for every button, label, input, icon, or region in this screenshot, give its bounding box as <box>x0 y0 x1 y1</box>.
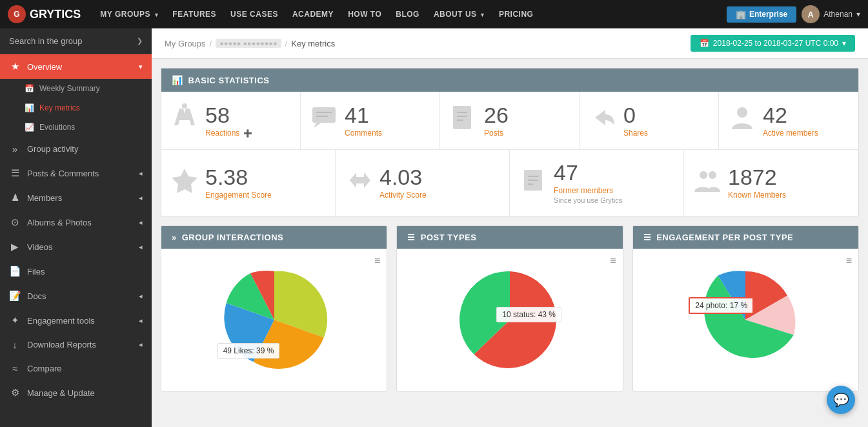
date-picker-button[interactable]: 📅 2018-02-25 to 2018-03-27 UTC 0:00 ▾ <box>691 35 855 52</box>
nav-about-us[interactable]: ABOUT US ▾ <box>427 6 491 23</box>
sidebar-search-label: Search in the group <box>9 36 82 46</box>
stat-engagement-score: 5.38 Engagement Score <box>161 150 336 216</box>
sidebar-item-files[interactable]: 📄 Files <box>0 259 152 284</box>
stat-posts: 26 Posts <box>440 92 580 149</box>
nav-academy[interactable]: ACADEMY <box>286 6 340 23</box>
top-nav: G GRYTICS MY GROUPS ▾ FEATURES USE CASES… <box>0 0 868 28</box>
sidebar-search[interactable]: Search in the group ❯ <box>0 28 152 54</box>
ept-header-icon: ☰ <box>643 233 652 242</box>
ept-tooltip: 24 photo: 17 % <box>689 297 754 314</box>
sidebar-sub-evolutions[interactable]: 📈 Evolutions <box>19 118 152 137</box>
ept-header: ☰ ENGAGEMENT PER POST TYPE <box>633 226 858 249</box>
breadcrumb-bar: My Groups / ●●●●● ●●●●●●●● / Key metrics… <box>152 28 868 59</box>
nav-use-cases[interactable]: USE CASES <box>224 6 285 23</box>
posts-stat-icon <box>449 103 478 138</box>
chart-post-types: ☰ POST TYPES ≡ 10 status: 43 % <box>396 225 623 391</box>
sidebar-item-group-activity[interactable]: » Group activity <box>0 137 152 161</box>
evolutions-icon: 📈 <box>25 123 34 132</box>
enterprise-button[interactable]: 🏢 Enterprise <box>727 6 796 23</box>
breadcrumb-current: Key metrics <box>291 39 335 48</box>
active-members-icon <box>728 103 756 138</box>
pt-menu-icon[interactable]: ≡ <box>610 255 616 267</box>
shares-icon <box>589 103 617 138</box>
stat-reactions: 58 Reactions ➕ <box>161 92 301 149</box>
ept-pie: 24 photo: 17 % <box>687 262 803 378</box>
svg-marker-10 <box>350 172 370 188</box>
nav-my-groups[interactable]: MY GROUPS ▾ <box>94 6 165 23</box>
sidebar-item-members[interactable]: ♟ Members ◂ <box>0 185 152 210</box>
sidebar-item-albums[interactable]: ⊙ Albums & Photos ◂ <box>0 210 152 234</box>
engagement-icon: ✦ <box>9 315 21 326</box>
members-arrow: ◂ <box>139 194 143 202</box>
sidebar-sub-overview: 📅 Weekly Summary 📊 Key metrics 📈 Evoluti… <box>0 79 152 137</box>
user-menu[interactable]: A Athenan ▾ <box>802 5 860 23</box>
nav-how-to[interactable]: HOW TO <box>341 6 388 23</box>
basic-statistics-container: 📊 BASIC STATISTICS 58 Reactions ➕ <box>161 68 859 216</box>
breadcrumb-sep1: / <box>210 39 212 48</box>
nav-blog[interactable]: BLOG <box>389 6 426 23</box>
sidebar-item-engagement[interactable]: ✦ Engagement tools ◂ <box>0 308 152 333</box>
files-icon: 📄 <box>9 266 21 277</box>
sidebar-item-download[interactable]: ↓ Download Reports ◂ <box>0 333 152 357</box>
calendar-icon: 📅 <box>700 39 709 48</box>
main-content: My Groups / ●●●●● ●●●●●●●● / Key metrics… <box>152 28 868 427</box>
nav-features[interactable]: FEATURES <box>166 6 223 23</box>
ept-pie-svg <box>687 262 803 378</box>
svg-point-0 <box>182 103 187 109</box>
group-activity-icon: » <box>9 143 21 154</box>
stat-former-members: 47 Former members Since you use Grytics <box>510 150 684 216</box>
download-arrow: ◂ <box>139 340 143 349</box>
stat-activity-info: 4.03 Activity Score <box>379 166 427 200</box>
group-interactions-body: ≡ <box>161 249 387 391</box>
sidebar-item-label: Overview <box>27 62 62 72</box>
sidebar-item-overview[interactable]: ★ Overview ▾ <box>0 54 152 79</box>
posts-icon: ☰ <box>9 167 21 179</box>
sidebar-item-posts-comments[interactable]: ☰ Posts & Comments ◂ <box>0 161 152 185</box>
sidebar-item-compare[interactable]: ≈ Compare <box>0 357 152 380</box>
sidebar-item-docs[interactable]: 📝 Docs ◂ <box>0 284 152 308</box>
sidebar-search-arrow: ❯ <box>137 37 143 45</box>
breadcrumb: My Groups / ●●●●● ●●●●●●●● / Key metrics <box>165 39 335 48</box>
ept-menu-icon[interactable]: ≡ <box>846 255 852 267</box>
gi-pie: 49 Likes: 39 % <box>216 262 332 378</box>
weekly-icon: 📅 <box>25 84 34 93</box>
post-types-header: ☰ POST TYPES <box>397 226 622 249</box>
reactions-icon <box>170 103 199 138</box>
gi-header-icon: » <box>172 233 177 242</box>
gi-tooltip: 49 Likes: 39 % <box>217 343 280 359</box>
avatar: A <box>802 5 820 23</box>
posts-arrow: ◂ <box>139 169 143 178</box>
pt-tooltip: 10 status: 43 % <box>496 307 561 322</box>
gi-menu-icon[interactable]: ≡ <box>374 255 380 267</box>
sidebar-sub-weekly[interactable]: 📅 Weekly Summary <box>19 79 152 98</box>
sidebar-sub-keymetrics[interactable]: 📊 Key metrics <box>19 98 152 118</box>
pt-header-icon: ☰ <box>407 233 416 242</box>
sidebar: Search in the group ❯ ★ Overview ▾ 📅 Wee… <box>0 28 152 427</box>
post-types-body: ≡ 10 status: 43 % <box>397 249 622 391</box>
stat-comments-info: 41 Comments <box>345 104 382 138</box>
sidebar-item-videos[interactable]: ▶ Videos ◂ <box>0 234 152 259</box>
chat-button[interactable]: 💬 <box>827 386 855 414</box>
stat-posts-info: 26 Posts <box>484 104 509 138</box>
sidebar-item-manage[interactable]: ⚙ Manage & Update <box>0 380 152 405</box>
overview-arrow: ▾ <box>139 63 143 71</box>
stat-active-members: 42 Active members <box>719 92 858 149</box>
nav-pricing[interactable]: PRICING <box>492 6 540 23</box>
breadcrumb-group[interactable]: ●●●●● ●●●●●●●● <box>216 39 281 48</box>
stats-row1: 58 Reactions ➕ 41 Comments <box>161 92 858 150</box>
basic-stats-header: 📊 BASIC STATISTICS <box>161 68 858 92</box>
pt-pie: 10 status: 43 % <box>452 262 568 378</box>
stat-former-info: 47 Former members Since you use Grytics <box>554 161 622 204</box>
nav-links: MY GROUPS ▾ FEATURES USE CASES ACADEMY H… <box>94 6 727 23</box>
stat-known-info: 1872 Known Members <box>728 166 786 200</box>
albums-icon: ⊙ <box>9 216 21 228</box>
stats-row2: 5.38 Engagement Score 4.03 Activity Scor… <box>161 150 858 216</box>
user-caret: ▾ <box>856 10 860 19</box>
videos-icon: ▶ <box>9 241 21 253</box>
stat-engagement-info: 5.38 Engagement Score <box>205 166 272 200</box>
logo[interactable]: G GRYTICS <box>8 5 81 23</box>
breadcrumb-sep2: / <box>285 39 288 48</box>
stat-shares: 0 Shares <box>580 92 719 149</box>
docs-icon: 📝 <box>9 290 21 302</box>
breadcrumb-my-groups[interactable]: My Groups <box>165 39 206 48</box>
